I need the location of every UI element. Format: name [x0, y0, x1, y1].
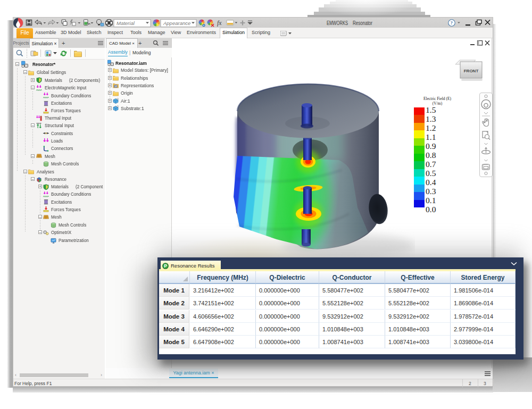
svg-text:P: P [164, 263, 167, 269]
svg-text:?: ? [451, 20, 453, 26]
svg-text:Appearance: Appearance [163, 20, 190, 26]
svg-text:Resonator: Resonator [353, 20, 373, 26]
svg-text:Material: Material [117, 20, 135, 26]
svg-text:EMWORKS: EMWORKS [327, 20, 348, 26]
svg-text:fx: fx [217, 19, 222, 27]
svg-text:FRONT: FRONT [464, 69, 479, 73]
